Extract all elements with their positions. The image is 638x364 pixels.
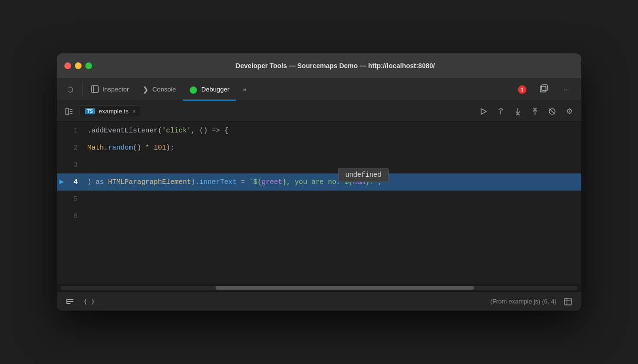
line-content-1: .addEventListener('click', () => { — [85, 122, 581, 139]
bp-indicator-4: ▶ — [57, 173, 66, 191]
code-line-3: 3 — [57, 156, 581, 173]
minimize-button[interactable] — [75, 62, 82, 69]
error-count: 1 — [518, 85, 526, 94]
settings-button[interactable]: ⚙ — [561, 103, 577, 120]
svg-rect-17 — [67, 301, 73, 302]
close-button[interactable] — [64, 62, 71, 69]
more-tabs-icon: » — [243, 86, 247, 93]
svg-marker-8 — [481, 109, 486, 114]
format-button[interactable]: { } — [82, 294, 97, 309]
window-title: Developer Tools — Sourcemaps Demo — http… — [97, 62, 574, 70]
subtoolbar: TS example.ts × — [57, 101, 581, 122]
console-label: Console — [153, 86, 176, 93]
line-content-4: ) as HTMLParagraphElement).innerText = `… — [85, 173, 581, 191]
scrollbar-track[interactable] — [61, 286, 577, 290]
line-number-1: 1 — [66, 122, 85, 139]
options-icon: ··· — [564, 86, 569, 93]
line-number-4: 4 — [66, 173, 85, 191]
duplicate-window-button[interactable] — [533, 84, 555, 94]
close-tab-button[interactable]: × — [133, 108, 136, 115]
sources-toggle-button[interactable] — [61, 103, 78, 120]
inspector-icon — [91, 85, 99, 94]
svg-rect-16 — [67, 299, 73, 300]
line-number-6: 6 — [66, 208, 85, 225]
ts-badge: TS — [85, 108, 95, 114]
maximize-button[interactable] — [85, 62, 92, 69]
devtools-window: Developer Tools — Sourcemaps Demo — http… — [57, 53, 581, 311]
duplicate-icon — [540, 84, 548, 94]
svg-rect-4 — [66, 108, 69, 115]
position-info: (From example.js) (6, 4) — [490, 298, 556, 305]
line-number-3: 3 — [66, 156, 85, 173]
step-in-button[interactable] — [510, 103, 526, 120]
svg-rect-18 — [67, 303, 71, 304]
tab-console[interactable]: ❯ Console — [136, 78, 183, 101]
step-over-button[interactable] — [493, 103, 509, 120]
filename-label: example.ts — [99, 108, 129, 115]
format-icon: { } — [83, 298, 94, 305]
svg-rect-0 — [92, 86, 98, 92]
file-tab-example-ts[interactable]: TS example.ts × — [80, 105, 141, 117]
deactivate-breakpoints-button[interactable] — [544, 103, 560, 120]
line-content-2: Math.random() * 101); — [85, 139, 581, 156]
map-icon-button[interactable] — [560, 294, 576, 309]
code-line-2: 2 Math.random() * 101); — [57, 139, 581, 156]
code-line-5: 5 — [57, 191, 581, 208]
svg-rect-20 — [565, 298, 571, 305]
more-tabs-button[interactable]: » — [236, 78, 253, 101]
code-editor: 1 .addEventListener('click', () => { 2 M… — [57, 122, 581, 284]
line-number-2: 2 — [66, 139, 85, 156]
code-line-1: 1 .addEventListener('click', () => { — [57, 122, 581, 139]
code-line-4: ▶ 4 ) as HTMLParagraphElement).innerText… — [57, 173, 581, 191]
scrollbar-thumb[interactable] — [216, 286, 474, 290]
toolbar-spacer — [253, 78, 513, 101]
cursor-tool[interactable]: ⬡ — [61, 78, 80, 101]
toolbar-right: 1 ··· — [513, 78, 577, 101]
cursor-icon: ⬡ — [67, 86, 73, 93]
step-out-button[interactable] — [527, 103, 543, 120]
tab-debugger[interactable]: ⬤ Debugger — [183, 78, 236, 101]
code-line-6: 6 — [57, 208, 581, 225]
traffic-lights — [64, 62, 92, 69]
tab-inspector[interactable]: Inspector — [84, 78, 136, 101]
statusbar: { } (From example.js) (6, 4) — [57, 292, 581, 311]
debugger-label: Debugger — [201, 86, 229, 93]
line-number-5: 5 — [66, 191, 85, 208]
inspector-label: Inspector — [103, 86, 129, 93]
resume-button[interactable] — [475, 103, 492, 120]
debug-actions: ⚙ — [475, 103, 577, 120]
horizontal-scrollbar[interactable] — [57, 284, 581, 292]
breakpoints-button[interactable] — [62, 294, 78, 309]
main-toolbar: ⬡ Inspector ❯ Console ⬤ Debugger » — [57, 78, 581, 101]
debugger-panel: TS example.ts × — [57, 101, 581, 311]
console-icon: ❯ — [143, 86, 149, 93]
editor-empty-space — [57, 225, 581, 273]
options-button[interactable]: ··· — [557, 86, 576, 93]
toolbar-separator-1 — [82, 82, 82, 97]
debugger-icon: ⬤ — [189, 86, 197, 93]
titlebar: Developer Tools — Sourcemaps Demo — http… — [57, 53, 581, 78]
svg-rect-3 — [540, 86, 546, 92]
svg-rect-2 — [542, 85, 547, 91]
error-badge[interactable]: 1 — [513, 85, 531, 94]
